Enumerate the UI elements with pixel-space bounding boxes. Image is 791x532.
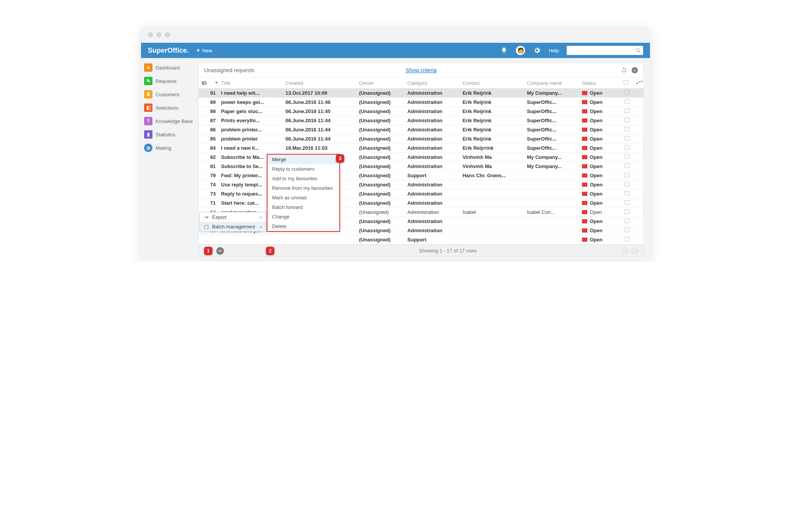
cell-category: Administration: [404, 153, 459, 162]
table-row[interactable]: (Unassigned) Support Open: [199, 235, 643, 244]
cell-company: SuperOffic...: [524, 98, 579, 107]
callout-badge-2: 2: [266, 247, 274, 255]
table-row[interactable]: 88 Paper gets stuc... 06.June.2016 11:45…: [199, 107, 643, 116]
col-owner-header[interactable]: Owner: [356, 78, 404, 89]
table-row[interactable]: 87 Prints everythi... 06.June.2016 11:44…: [199, 116, 643, 125]
col-select-all[interactable]: [621, 78, 634, 89]
table-row[interactable]: 71 Start here: cat... (Unassigned) Admin…: [199, 199, 643, 208]
plus-icon: +: [196, 47, 200, 54]
show-criteria-link[interactable]: Show criteria: [406, 67, 437, 73]
batch-menu-item[interactable]: Merge: [267, 155, 339, 164]
mail-icon: [582, 201, 587, 205]
cell-checkbox[interactable]: [621, 208, 634, 217]
col-company-header[interactable]: Company name: [524, 78, 579, 89]
mail-icon: [582, 109, 587, 113]
table-row[interactable]: 79 Fwd: My printer... (Unassigned) Suppo…: [199, 171, 643, 180]
page-title: Unassigned requests: [204, 67, 254, 73]
batch-menu-item[interactable]: Delete: [267, 222, 339, 231]
cell-checkbox[interactable]: [621, 189, 634, 199]
cell-contact: Erik Reijrrink: [459, 144, 524, 153]
avatar[interactable]: 🧑: [516, 46, 525, 55]
help-link[interactable]: Help: [549, 48, 559, 53]
cell-checkbox[interactable]: [621, 89, 634, 98]
cell-title: I need help wit...: [218, 89, 283, 98]
sidebar-label: Customers: [156, 92, 180, 97]
sidebar-item-knowledgebase[interactable]: ? Knowledge Base: [144, 116, 195, 126]
cell-checkbox[interactable]: [621, 226, 634, 235]
batch-menu-item[interactable]: Reply to customers: [267, 164, 339, 174]
cell-checkbox[interactable]: [621, 144, 634, 153]
table-row[interactable]: 86 problem printer... 06.June.2016 11:44…: [199, 125, 643, 134]
next-page-icon[interactable]: →: [631, 247, 638, 254]
scroll-up-icon[interactable]: ▴: [641, 79, 643, 83]
cell-checkbox[interactable]: [621, 98, 634, 107]
batch-menu-item[interactable]: Change: [267, 212, 339, 222]
table-row[interactable]: 74 Use reply templ... (Unassigned) Admin…: [199, 180, 643, 189]
sidebar-label: Mailing: [156, 145, 171, 151]
mail-icon: [582, 192, 587, 196]
col-contact-header[interactable]: Contact: [459, 78, 524, 89]
sidebar-item-statistics[interactable]: ▮ Statistics: [144, 129, 195, 139]
col-category-header[interactable]: Category: [404, 78, 459, 89]
cell-checkbox[interactable]: [621, 116, 634, 125]
popup1-item[interactable]: ▢ Batch management ▸: [200, 222, 266, 231]
cell-company: SuperOffic...: [524, 134, 579, 144]
col-id-header[interactable]: ID▾: [199, 78, 218, 89]
cell-contact: Erik Reijrink: [459, 107, 524, 116]
batch-menu-item[interactable]: Remove from my favourites: [267, 183, 339, 193]
cell-checkbox[interactable]: [621, 134, 634, 144]
table-row[interactable]: 82 Subscribe to Ma... 04.Feb.2016 15:21 …: [199, 153, 643, 162]
cell-checkbox[interactable]: [621, 180, 634, 189]
popup-batch-menu: MergeReply to customersAdd to my favouri…: [267, 154, 340, 232]
col-status-header[interactable]: Status: [579, 78, 620, 89]
cell-contact: [459, 235, 524, 244]
cell-checkbox[interactable]: [621, 171, 634, 180]
sidebar-item-mailing[interactable]: ◎ Mailing: [144, 143, 195, 153]
chevron-right-icon: ▸: [260, 215, 262, 219]
cell-contact: [459, 199, 524, 208]
batch-menu-item[interactable]: Add to my favourites: [267, 174, 339, 183]
cell-owner: (Unassigned): [356, 162, 404, 171]
cell-checkbox[interactable]: [621, 217, 634, 226]
cell-checkbox[interactable]: [621, 125, 634, 134]
browser-titlebar: [141, 27, 650, 43]
cell-created: 06.June.2016 11:46: [282, 98, 356, 107]
cell-title: problem printer...: [218, 125, 283, 134]
refresh-icon[interactable]: [621, 67, 627, 74]
popup1-item[interactable]: ↪ Export ▸: [200, 212, 266, 222]
cell-checkbox[interactable]: [621, 199, 634, 208]
bell-icon[interactable]: [500, 46, 508, 55]
new-button[interactable]: + New: [196, 47, 212, 54]
table-row[interactable]: 81 Subscribe to Se... 04.Feb.2016 15:21 …: [199, 162, 643, 171]
sidebar-item-dashboard[interactable]: ⌗ Dashboard: [144, 63, 195, 73]
table-row[interactable]: 89 power keeps goi... 06.June.2016 11:46…: [199, 98, 643, 107]
table-row[interactable]: 73 Reply to reques... (Unassigned) Admin…: [199, 189, 643, 199]
cell-checkbox[interactable]: [621, 107, 634, 116]
cell-title: power keeps goi...: [218, 98, 283, 107]
sidebar-label: Statistics: [156, 132, 175, 137]
cell-owner: (Unassigned): [356, 98, 404, 107]
hamburger-menu-button[interactable]: [216, 247, 224, 255]
batch-menu-item[interactable]: Mark as unread: [267, 193, 339, 202]
prev-page-icon[interactable]: ←: [621, 247, 628, 254]
col-created-header[interactable]: Created: [282, 78, 356, 89]
table-row[interactable]: 85 problem printer 06.June.2016 11:44 (U…: [199, 134, 643, 144]
mail-icon: [582, 155, 587, 159]
cell-checkbox[interactable]: [621, 162, 634, 171]
cell-category: Administration: [404, 125, 459, 134]
table-row[interactable]: 84 I need a new li... 18.Mar.2016 11:03 …: [199, 144, 643, 153]
sidebar-item-selections[interactable]: ◧ Selections: [144, 103, 195, 113]
sidebar-item-requests[interactable]: ✎ Requests: [144, 76, 195, 86]
batch-menu-item[interactable]: Batch forward: [267, 202, 339, 212]
gear-icon[interactable]: [533, 46, 541, 55]
search-input[interactable]: [567, 46, 643, 55]
col-title-header[interactable]: Title: [218, 78, 283, 89]
cell-checkbox[interactable]: [621, 153, 634, 162]
cell-owner: (Unassigned): [356, 116, 404, 125]
cell-status: Open: [579, 98, 620, 107]
sidebar-item-customers[interactable]: ⅲ Customers: [144, 89, 195, 99]
circle-action-icon[interactable]: ≡: [631, 67, 638, 74]
cell-contact: Erik Reijrink: [459, 125, 524, 134]
cell-checkbox[interactable]: [621, 235, 634, 244]
table-row[interactable]: 91 I need help wit... 13.Oct.2017 10:09 …: [199, 89, 643, 98]
